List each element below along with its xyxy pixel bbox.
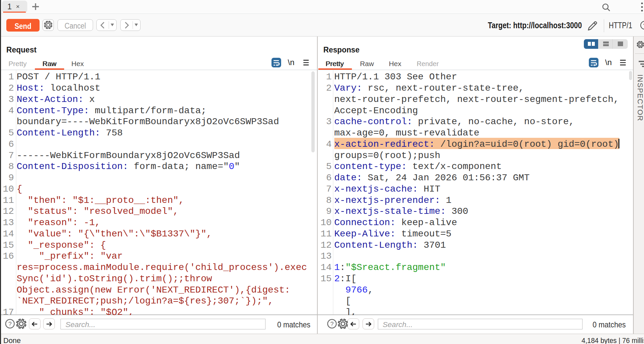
svg-text:\n: \n (605, 58, 612, 67)
svg-text:?: ? (330, 321, 334, 327)
svg-text:?: ? (8, 321, 12, 327)
svg-text:\n: \n (288, 58, 294, 67)
